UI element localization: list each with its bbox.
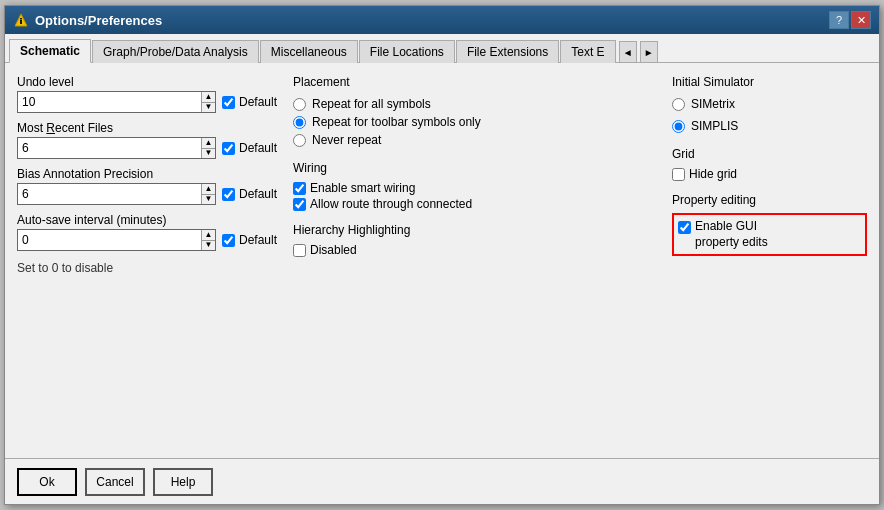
autosave-group: Auto-save interval (minutes) ▲ ▼ Default (17, 213, 277, 251)
recent-files-default-label[interactable]: Default (222, 141, 277, 155)
hierarchy-disabled-checkbox[interactable] (293, 244, 306, 257)
simulator-title: Initial Simulator (672, 75, 867, 89)
undo-level-down[interactable]: ▼ (202, 102, 215, 113)
bias-precision-default-checkbox[interactable] (222, 188, 235, 201)
close-button[interactable]: ✕ (851, 11, 871, 29)
bias-precision-input[interactable] (18, 184, 201, 204)
placement-all-radio[interactable] (293, 98, 306, 111)
bias-precision-down[interactable]: ▼ (202, 194, 215, 205)
placement-title: Placement (293, 75, 656, 89)
title-bar-left: Options/Preferences (13, 12, 162, 28)
bias-precision-spinbtns: ▲ ▼ (201, 184, 215, 204)
cancel-button[interactable]: Cancel (85, 468, 145, 496)
property-editing-title: Property editing (672, 193, 867, 207)
grid-title: Grid (672, 147, 867, 161)
bias-precision-spinbox[interactable]: ▲ ▼ (17, 183, 216, 205)
right-column: Placement Repeat for all symbols Repeat … (293, 75, 867, 446)
tabs-bar: Schematic Graph/Probe/Data Analysis Misc… (5, 34, 879, 63)
recent-files-up[interactable]: ▲ (202, 138, 215, 148)
undo-level-default-checkbox[interactable] (222, 96, 235, 109)
tab-miscellaneous[interactable]: Miscellaneous (260, 40, 358, 63)
simplis-radio[interactable] (672, 120, 685, 133)
recent-files-default-checkbox[interactable] (222, 142, 235, 155)
bias-precision-default-label[interactable]: Default (222, 187, 277, 201)
smart-wiring-checkbox[interactable] (293, 182, 306, 195)
tab-graph[interactable]: Graph/Probe/Data Analysis (92, 40, 259, 63)
tab-text-e[interactable]: Text E (560, 40, 615, 63)
simulator-section: Initial Simulator SIMetrix SIMPLIS (672, 75, 867, 135)
far-right-column: Initial Simulator SIMetrix SIMPLIS (672, 75, 867, 446)
recent-files-group: Most Recent Files ▲ ▼ Default (17, 121, 277, 159)
hide-grid-checkbox[interactable] (672, 168, 685, 181)
hierarchy-disabled-label[interactable]: Disabled (293, 243, 656, 257)
recent-files-spinbox[interactable]: ▲ ▼ (17, 137, 216, 159)
tab-file-locations[interactable]: File Locations (359, 40, 455, 63)
placement-never-radio[interactable] (293, 134, 306, 147)
grid-section: Grid Hide grid (672, 147, 867, 181)
help-button[interactable]: ? (829, 11, 849, 29)
hide-grid-label[interactable]: Hide grid (672, 167, 867, 181)
options-dialog: Options/Preferences ? ✕ Schematic Graph/… (4, 5, 880, 505)
ok-button[interactable]: Ok (17, 468, 77, 496)
enable-gui-highlight-box: Enable GUIproperty edits (672, 213, 867, 256)
bias-precision-label: Bias Annotation Precision (17, 167, 277, 181)
autosave-spinbox[interactable]: ▲ ▼ (17, 229, 216, 251)
recent-files-spinbtns: ▲ ▼ (201, 138, 215, 158)
hierarchy-section: Hierarchy Highlighting Disabled (293, 223, 656, 257)
enable-gui-label[interactable]: Enable GUIproperty edits (678, 219, 768, 250)
simetrix-label[interactable]: SIMetrix (672, 95, 867, 113)
placement-all-label[interactable]: Repeat for all symbols (293, 95, 656, 113)
title-bar-controls: ? ✕ (829, 11, 871, 29)
undo-level-input[interactable] (18, 92, 201, 112)
simplis-label[interactable]: SIMPLIS (672, 117, 867, 135)
placement-never-label[interactable]: Never repeat (293, 131, 656, 149)
autosave-down[interactable]: ▼ (202, 240, 215, 251)
recent-files-down[interactable]: ▼ (202, 148, 215, 159)
tab-nav-next[interactable]: ► (640, 41, 658, 63)
svg-rect-2 (20, 18, 22, 20)
tab-file-extensions[interactable]: File Extensions (456, 40, 559, 63)
undo-level-row: ▲ ▼ Default (17, 91, 277, 113)
autosave-default-checkbox[interactable] (222, 234, 235, 247)
autosave-default-label[interactable]: Default (222, 233, 277, 247)
wiring-title: Wiring (293, 161, 656, 175)
content-area: Undo level ▲ ▼ Default (5, 63, 879, 458)
hierarchy-title: Hierarchy Highlighting (293, 223, 656, 237)
undo-level-spinbox[interactable]: ▲ ▼ (17, 91, 216, 113)
undo-level-up[interactable]: ▲ (202, 92, 215, 102)
property-editing-section: Property editing Enable GUIproperty edit… (672, 193, 867, 256)
app-icon (13, 12, 29, 28)
autosave-label: Auto-save interval (minutes) (17, 213, 277, 227)
simetrix-radio[interactable] (672, 98, 685, 111)
autosave-row: ▲ ▼ Default (17, 229, 277, 251)
autosave-spinbtns: ▲ ▼ (201, 230, 215, 250)
title-bar: Options/Preferences ? ✕ (5, 6, 879, 34)
route-through-checkbox[interactable] (293, 198, 306, 211)
help-dialog-button[interactable]: Help (153, 468, 213, 496)
enable-gui-text: Enable GUIproperty edits (695, 219, 768, 250)
placement-section: Placement Repeat for all symbols Repeat … (293, 75, 656, 149)
undo-level-default-label[interactable]: Default (222, 95, 277, 109)
wiring-section: Wiring Enable smart wiring Allow route t… (293, 161, 656, 211)
undo-level-label: Undo level (17, 75, 277, 89)
placement-toolbar-radio[interactable] (293, 116, 306, 129)
tab-nav-prev[interactable]: ◄ (619, 41, 637, 63)
mid-column: Placement Repeat for all symbols Repeat … (293, 75, 656, 446)
left-column: Undo level ▲ ▼ Default (17, 75, 277, 446)
autosave-hint: Set to 0 to disable (17, 261, 277, 275)
main-area: Undo level ▲ ▼ Default (17, 75, 867, 446)
recent-files-label: Most Recent Files (17, 121, 277, 135)
smart-wiring-label[interactable]: Enable smart wiring (293, 181, 656, 195)
autosave-up[interactable]: ▲ (202, 230, 215, 240)
placement-toolbar-label[interactable]: Repeat for toolbar symbols only (293, 113, 656, 131)
dialog-title: Options/Preferences (35, 13, 162, 28)
recent-files-input[interactable] (18, 138, 201, 158)
bottom-bar: Ok Cancel Help (5, 458, 879, 504)
undo-level-spinbtns: ▲ ▼ (201, 92, 215, 112)
tab-schematic[interactable]: Schematic (9, 39, 91, 63)
recent-files-row: ▲ ▼ Default (17, 137, 277, 159)
bias-precision-up[interactable]: ▲ (202, 184, 215, 194)
autosave-input[interactable] (18, 230, 201, 250)
route-through-label[interactable]: Allow route through connected (293, 197, 656, 211)
enable-gui-checkbox[interactable] (678, 221, 691, 234)
